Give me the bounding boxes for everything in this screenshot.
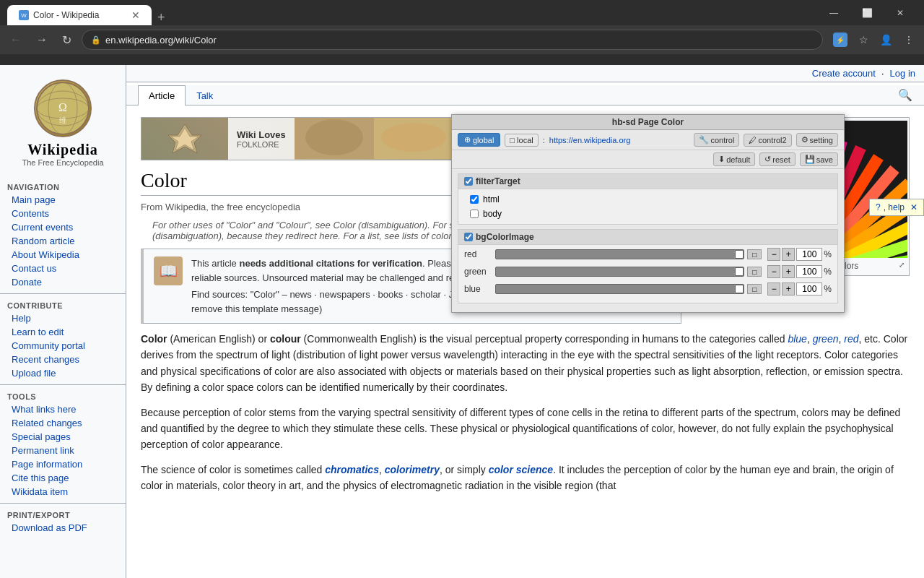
help-close-icon[interactable]: ✕ — [910, 202, 918, 212]
menu-button[interactable]: ⋮ — [899, 31, 918, 48]
forward-button[interactable]: → — [32, 30, 52, 49]
html-checkbox[interactable] — [470, 195, 479, 204]
wiki-tagline: The Free Encyclopedia — [7, 158, 118, 167]
local-button[interactable]: □ local — [505, 134, 538, 147]
title-bar: W Color - Wikipedia ✕ + — ⬜ ✕ — [0, 0, 924, 25]
expand-image-icon[interactable]: ⤢ — [899, 261, 905, 269]
body-checkbox[interactable] — [470, 210, 479, 218]
banner-title: Wiki Loves — [237, 129, 286, 140]
active-tab[interactable]: W Color - Wikipedia ✕ — [7, 5, 152, 25]
sidebar-item-community[interactable]: Community portal — [0, 339, 126, 353]
sidebar-item-recent-changes[interactable]: Recent changes — [0, 353, 126, 366]
profile-button[interactable]: 👤 — [876, 31, 897, 48]
back-button[interactable]: ← — [6, 30, 26, 49]
bg-color-checkbox[interactable] — [464, 233, 473, 241]
wiki-globe: Ω 维 — [34, 79, 92, 137]
sidebar-item-special-pages[interactable]: Special pages — [0, 430, 126, 444]
bg-color-content: red □ − + % gree — [458, 245, 837, 303]
reset-button[interactable]: ↺ reset — [759, 152, 795, 166]
bookmark-button[interactable]: ☆ — [855, 31, 873, 48]
blue-plus-button[interactable]: + — [782, 282, 795, 296]
close-button[interactable]: ✕ — [884, 2, 917, 24]
sidebar-item-permanent-link[interactable]: Permanent link — [0, 444, 126, 457]
sidebar-item-current-events[interactable]: Current events — [0, 220, 126, 234]
reset-icon: ↺ — [764, 155, 771, 164]
sidebar-item-main-page[interactable]: Main page — [0, 193, 126, 207]
banner-image-2 — [295, 117, 453, 160]
sidebar-item-cite[interactable]: Cite this page — [0, 471, 126, 485]
tools-section-title: Tools — [0, 389, 126, 402]
control-button[interactable]: 🔧 control — [694, 133, 739, 147]
cp-action-bar: ⬇ default ↺ reset 💾 save — [452, 150, 844, 169]
red-slider[interactable] — [495, 249, 744, 259]
tab-close-button[interactable]: ✕ — [131, 9, 140, 21]
sidebar-item-wikidata[interactable]: Wikidata item — [0, 485, 126, 499]
green-slider-container: □ — [495, 267, 762, 277]
global-button[interactable]: ⊕ global — [458, 133, 500, 147]
sidebar-item-upload[interactable]: Upload file — [0, 366, 126, 380]
green-link[interactable]: green — [813, 333, 839, 345]
sidebar-item-related-changes[interactable]: Related changes — [0, 416, 126, 430]
maximize-button[interactable]: ⬜ — [850, 2, 884, 24]
green-slider[interactable] — [495, 267, 744, 277]
contribute-section-title: Contribute — [0, 298, 126, 311]
colorimetry-link[interactable]: colorimetry — [385, 464, 440, 475]
url-bar[interactable]: 🔒 en.wikipedia.org/wiki/Color — [82, 30, 823, 50]
red-value-input[interactable] — [796, 248, 822, 261]
local-url[interactable]: https://en.wikipedia.org — [549, 136, 631, 144]
green-minus-button[interactable]: − — [767, 265, 780, 278]
chromatics-link[interactable]: chromatics — [325, 464, 379, 475]
tab-article[interactable]: Article — [138, 85, 186, 105]
search-button[interactable]: 🔍 — [898, 88, 912, 102]
green-percent: % — [824, 267, 832, 277]
green-plus-button[interactable]: + — [782, 265, 795, 278]
save-button[interactable]: 💾 save — [800, 152, 838, 166]
reload-button[interactable]: ↻ — [58, 30, 76, 50]
local-label: local — [517, 136, 533, 144]
blue-value-input[interactable] — [796, 282, 822, 296]
blue-percent: % — [824, 284, 832, 294]
article-intro-1: Color (American English) or colour (Comm… — [141, 331, 910, 396]
minimize-button[interactable]: — — [817, 2, 850, 24]
toolbar-icons: ⚡ ☆ 👤 ⋮ — [829, 30, 918, 50]
sidebar-item-help[interactable]: Help — [0, 311, 126, 325]
control2-button[interactable]: 🖊 control2 — [744, 134, 791, 147]
sidebar-item-download-pdf[interactable]: Download as PDF — [0, 521, 126, 535]
sidebar-item-random-article[interactable]: Random article — [0, 234, 126, 248]
create-account-link[interactable]: Create account — [812, 68, 876, 79]
filter-target-header: filterTarget — [458, 174, 837, 189]
blue-slider[interactable] — [495, 284, 744, 294]
blue-minus-button[interactable]: − — [767, 282, 780, 296]
security-lock-icon: 🔒 — [91, 35, 101, 45]
red-minus-button[interactable]: − — [767, 248, 780, 261]
setting-button[interactable]: ⚙ setting — [796, 133, 838, 147]
reset-label: reset — [772, 155, 790, 164]
tab-talk[interactable]: Talk — [186, 85, 224, 105]
article-intro-3: The science of color is sometimes called… — [141, 462, 910, 494]
filter-target-section: filterTarget html body — [458, 173, 838, 225]
sidebar-item-learn-edit[interactable]: Learn to edit — [0, 325, 126, 339]
setting-label: setting — [810, 136, 833, 144]
url-domain: en.wikipedia.org — [105, 35, 173, 46]
new-tab-button[interactable]: + — [152, 10, 171, 25]
green-value-input[interactable] — [796, 265, 822, 278]
sidebar-item-contents[interactable]: Contents — [0, 207, 126, 220]
extensions-button[interactable]: ⚡ — [829, 30, 852, 50]
default-button[interactable]: ⬇ default — [713, 152, 755, 166]
blue-link[interactable]: blue — [788, 333, 806, 345]
red-plus-button[interactable]: + — [782, 248, 795, 261]
sidebar-item-donate[interactable]: Donate — [0, 275, 126, 289]
sidebar-item-page-info[interactable]: Page information — [0, 457, 126, 471]
sidebar-item-what-links[interactable]: What links here — [0, 402, 126, 416]
toolbar-right: 🔧 control 🖊 control2 ⚙ setting — [694, 133, 838, 147]
filter-target-checkbox[interactable] — [464, 177, 473, 186]
local-icon: □ — [510, 136, 515, 144]
sidebar-item-about[interactable]: About Wikipedia — [0, 248, 126, 262]
login-link[interactable]: Log in — [890, 68, 915, 79]
red-link[interactable]: red — [844, 333, 858, 345]
global-label: global — [473, 136, 494, 144]
sidebar-item-contact[interactable]: Contact us — [0, 262, 126, 275]
color-science-link[interactable]: color science — [489, 464, 554, 475]
wiki-logo: Ω 维 Wikipedia The Free Encyclopedia — [0, 72, 126, 180]
help-popup[interactable]: ? , help ✕ — [869, 199, 924, 216]
